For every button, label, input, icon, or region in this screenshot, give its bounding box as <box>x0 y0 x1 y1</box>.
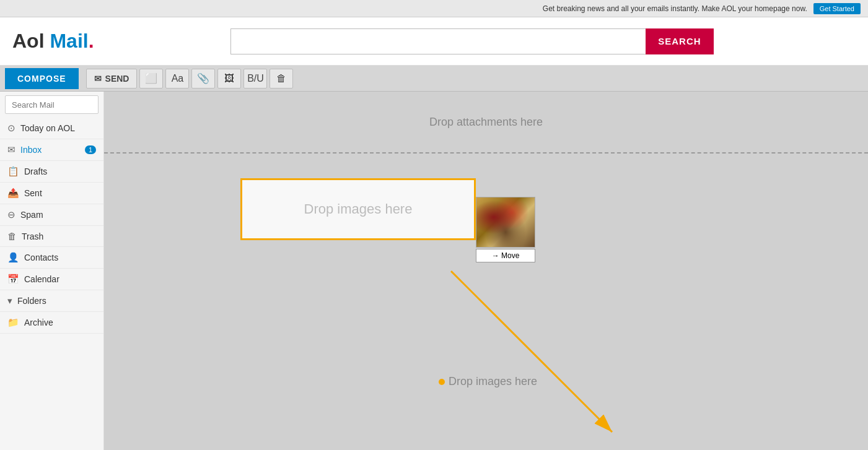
move-button[interactable]: → Move <box>476 249 535 262</box>
search-button[interactable]: SEARCH <box>646 28 713 54</box>
thumbnail-image <box>476 197 535 248</box>
compose-button[interactable]: COMPOSE <box>5 68 79 89</box>
sidebar-label-sent: Sent <box>24 188 42 198</box>
calendar-icon: 📅 <box>7 274 19 285</box>
sidebar-label-drafts: Drafts <box>24 167 47 176</box>
sidebar-label-contacts: Contacts <box>24 253 58 262</box>
attach-button[interactable]: 📎 <box>191 69 215 89</box>
sidebar-item-today-on-aol[interactable]: ⊙ Today on AOL <box>0 118 103 139</box>
inbox-badge: 1 <box>85 145 96 154</box>
sidebar-item-archive[interactable]: 📁 Archive <box>0 312 103 334</box>
logo-dot: . <box>89 30 94 52</box>
search-input[interactable] <box>230 28 646 54</box>
trash-icon: 🗑 <box>7 231 17 241</box>
sidebar-label-archive: Archive <box>24 318 53 327</box>
sidebar-label-spam: Spam <box>20 210 43 220</box>
send-icon: ✉ <box>94 74 102 84</box>
sidebar-item-folders[interactable]: ▾ Folders <box>0 290 103 312</box>
logo-mail: Mail <box>50 30 88 52</box>
logo-aol: Aol <box>12 30 45 52</box>
delete-button[interactable]: 🗑 <box>270 69 293 89</box>
sidebar-label-inbox: Inbox <box>20 145 42 155</box>
top-banner: Get breaking news and all your emails in… <box>0 0 868 17</box>
sidebar-label-today: Today on AOL <box>20 123 75 133</box>
sidebar: 🔍 ⊙ Today on AOL ✉ Inbox 1 📋 Drafts 📤 Se… <box>0 92 104 450</box>
search-mail-container[interactable]: 🔍 <box>5 95 99 114</box>
sidebar-item-trash[interactable]: 🗑 Trash <box>0 226 103 247</box>
banner-text: Get breaking news and all your emails in… <box>543 4 807 13</box>
sidebar-label-folders: Folders <box>17 296 46 306</box>
sidebar-item-contacts[interactable]: 👤 Contacts <box>0 247 103 269</box>
thumbnail-image-inner <box>476 197 535 247</box>
drop-images-box-text: Drop images here <box>304 201 413 217</box>
drop-images-box[interactable]: Drop images here <box>240 178 476 240</box>
image-icon: 🖼 <box>224 73 234 84</box>
folders-icon: ⬜ <box>145 72 157 84</box>
contacts-icon: 👤 <box>7 252 19 263</box>
delete-icon: 🗑 <box>276 73 286 84</box>
font-icon: Aa <box>172 73 184 84</box>
drop-attachments-text: Drop attachments here <box>429 116 543 129</box>
drafts-icon: 📋 <box>7 166 19 177</box>
inbox-icon: ✉ <box>7 144 15 155</box>
drop-images-dot <box>439 379 445 385</box>
sent-icon: 📤 <box>7 188 19 199</box>
toolbar: COMPOSE ✉ SEND ⬜ Aa 📎 🖼 B/U 🗑 <box>0 66 868 92</box>
thumbnail-container: → Move <box>476 197 535 262</box>
bold-italic-button[interactable]: B/U <box>243 69 267 89</box>
sidebar-item-inbox[interactable]: ✉ Inbox 1 <box>0 139 103 161</box>
bold-italic-icon: B/U <box>247 73 264 84</box>
logo: Aol Mail. <box>12 30 94 53</box>
sidebar-item-drafts[interactable]: 📋 Drafts <box>0 161 103 183</box>
folders-chevron-icon: ▾ <box>7 295 12 306</box>
sidebar-label-calendar: Calendar <box>24 274 59 284</box>
archive-icon: 📁 <box>7 317 19 328</box>
spam-icon: ⊖ <box>7 209 15 220</box>
sidebar-item-calendar[interactable]: 📅 Calendar <box>0 269 103 290</box>
drop-images-text2: Drop images here <box>449 375 537 388</box>
header: Aol Mail. SEARCH <box>0 17 868 66</box>
get-started-button[interactable]: Get Started <box>813 3 861 14</box>
drop-images-text2-container: Drop images here <box>439 375 537 388</box>
font-button[interactable]: Aa <box>165 69 189 89</box>
sidebar-item-sent[interactable]: 📤 Sent <box>0 183 103 204</box>
image-button[interactable]: 🖼 <box>217 69 241 89</box>
search-mail-input[interactable] <box>12 100 104 110</box>
send-label: SEND <box>105 74 129 84</box>
folders-button[interactable]: ⬜ <box>139 69 163 89</box>
attach-icon: 📎 <box>197 72 209 84</box>
send-button[interactable]: ✉ SEND <box>86 69 138 89</box>
drop-attachments-zone[interactable]: Drop attachments here <box>104 92 868 154</box>
search-bar: SEARCH <box>230 28 714 54</box>
sidebar-item-spam[interactable]: ⊖ Spam <box>0 204 103 226</box>
today-icon: ⊙ <box>7 123 15 134</box>
sidebar-label-trash: Trash <box>22 231 43 241</box>
content-area: Drop attachments here Drop images here →… <box>104 92 868 450</box>
main-layout: 🔍 ⊙ Today on AOL ✉ Inbox 1 📋 Drafts 📤 Se… <box>0 92 868 450</box>
svg-line-0 <box>451 271 612 432</box>
